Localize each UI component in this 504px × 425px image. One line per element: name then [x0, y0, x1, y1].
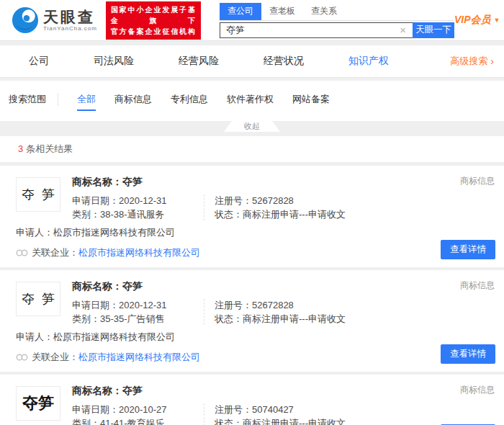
nav-tab-operation-risk[interactable]: 经营风险 [179, 55, 219, 68]
chevron-right-icon: › [490, 57, 494, 66]
link-rings-icon [16, 354, 28, 361]
filter-option-all[interactable]: 全部 [77, 93, 96, 106]
filter-scope-label: 搜索范围 [9, 93, 58, 106]
related-company-label: 关联企业： [32, 246, 78, 259]
search-button[interactable]: 天眼一下 [413, 22, 454, 38]
nav-tab-operation-status[interactable]: 经营状况 [264, 55, 304, 68]
results-count: 3 [18, 143, 23, 154]
trademark-result-card: 商标信息 夺笋 商标名称：夺笋 申请日期：2020-10-27 类别：41-41… [0, 375, 504, 425]
status-label: 状态： [215, 209, 243, 220]
trademark-image[interactable]: 夺笋 [16, 282, 60, 316]
reg-no-label: 注册号： [215, 300, 252, 310]
reg-no-label: 注册号： [215, 404, 252, 415]
apply-date-label: 申请日期： [72, 195, 119, 206]
trademark-name-line: 商标名称：夺笋 [72, 176, 495, 189]
category-value: 35-35-广告销售 [100, 313, 165, 324]
search-input-wrap: × [220, 22, 413, 38]
applicant-label: 申请人： [16, 227, 53, 238]
filter-option-website-record[interactable]: 网站备案 [292, 93, 330, 106]
search-row: × 天眼一下 [220, 22, 454, 38]
apply-date-label: 申请日期： [72, 300, 119, 310]
trademark-result-card: 商标信息 夺笋 商标名称：夺笋 申请日期：2020-12-31 类别：35-35… [0, 270, 504, 372]
apply-date-line: 申请日期：2020-12-31 [72, 194, 204, 207]
meta-col-left: 申请日期：2020-10-27 类别：41-41-教育娱乐 [72, 403, 204, 425]
card-info: 商标名称：夺笋 申请日期：2020-12-31 类别：35-35-广告销售 注册… [60, 279, 495, 325]
status-value: 商标注册申请---申请收文 [243, 418, 346, 425]
apply-date-value: 2020-10-27 [119, 404, 167, 415]
meta-col-right: 注册号：52672828 状态：商标注册申请---申请收文 [204, 194, 346, 220]
view-details-button[interactable]: 查看详情 [441, 344, 495, 364]
apply-date-line: 申请日期：2020-12-31 [72, 299, 204, 311]
apply-date-value: 2020-12-31 [119, 195, 167, 206]
reg-no-label: 注册号： [215, 195, 252, 206]
card-top: 夺笋 商标名称：夺笋 申请日期：2020-12-31 类别：38-38-通讯服务… [16, 175, 495, 220]
results-count-suffix: 条相关结果 [26, 143, 73, 154]
applicant-line: 申请人：松原市指迷网络科技有限公司 [16, 331, 495, 343]
status-value: 商标注册申请---申请收文 [243, 209, 346, 220]
filter-option-trademark[interactable]: 商标信息 [114, 93, 152, 106]
status-line: 状态：商标注册申请---申请收文 [215, 417, 346, 425]
search-module: 查公司 查老板 查关系 × 天眼一下 [220, 3, 454, 38]
trademark-image-text: 夺笋 [14, 290, 62, 308]
trademark-image[interactable]: 夺笋 [16, 386, 60, 421]
result-type-tag: 商标信息 [460, 279, 495, 292]
vip-member-link[interactable]: VIP会员 ▼ [454, 14, 504, 27]
trademark-name-label: 商标名称： [72, 385, 122, 396]
reg-no-line: 注册号：50740427 [215, 403, 346, 416]
tianyancha-logo[interactable]: 天眼查 TianYanCha.com [12, 6, 97, 34]
apply-date-line: 申请日期：2020-10-27 [72, 403, 204, 416]
card-top: 夺笋 商标名称：夺笋 申请日期：2020-10-27 类别：41-41-教育娱乐… [16, 384, 495, 425]
result-type-tag: 商标信息 [460, 175, 495, 187]
category-label: 类别： [72, 209, 100, 220]
apply-date-label: 申请日期： [72, 404, 119, 415]
applicant-line: 申请人：松原市指迷网络科技有限公司 [16, 226, 495, 238]
nav-tab-company[interactable]: 公司 [29, 55, 49, 68]
category-line: 类别：35-35-广告销售 [72, 313, 204, 325]
meta-grid: 申请日期：2020-12-31 类别：35-35-广告销售 注册号：526728… [72, 299, 495, 325]
meta-col-left: 申请日期：2020-12-31 类别：38-38-通讯服务 [72, 194, 204, 220]
banner-line1: 国家中小企业发展子基金旗下 [111, 4, 196, 26]
related-company-line: 关联企业： 松原市指迷网络科技有限公司 [16, 351, 495, 364]
filter-option-software-copyright[interactable]: 软件著作权 [227, 93, 274, 106]
results-count-bar: 3条相关结果 [0, 136, 504, 162]
meta-col-left: 申请日期：2020-12-31 类别：35-35-广告销售 [72, 299, 204, 325]
applicant-value: 松原市指迷网络科技有限公司 [53, 331, 175, 342]
search-input[interactable] [220, 24, 393, 35]
search-tab-boss[interactable]: 查老板 [261, 3, 303, 20]
logo-text: 天眼查 TianYanCha.com [43, 9, 97, 32]
header: 天眼查 TianYanCha.com 国家中小企业发展子基金旗下 官方备案企业征… [0, 0, 504, 41]
nav-tab-judicial-risk[interactable]: 司法风险 [94, 55, 134, 68]
collapse-toggle[interactable]: 收起 [224, 121, 280, 132]
related-company-label: 关联企业： [32, 351, 78, 364]
category-label: 类别： [72, 418, 100, 425]
view-details-button[interactable]: 查看详情 [441, 240, 495, 259]
meta-grid: 申请日期：2020-12-31 类别：38-38-通讯服务 注册号：526728… [72, 194, 495, 220]
trademark-result-card: 商标信息 夺笋 商标名称：夺笋 申请日期：2020-12-31 类别：38-38… [0, 166, 504, 267]
nav-tab-intellectual-property[interactable]: 知识产权 [348, 55, 389, 68]
meta-grid: 申请日期：2020-10-27 类别：41-41-教育娱乐 注册号：507404… [72, 403, 495, 425]
filter-option-patent[interactable]: 专利信息 [171, 93, 208, 106]
card-info: 商标名称：夺笋 申请日期：2020-12-31 类别：38-38-通讯服务 注册… [60, 175, 495, 220]
related-company-link[interactable]: 松原市指迷网络科技有限公司 [78, 351, 200, 364]
meta-col-right: 注册号：50740427 状态：商标注册申请---申请收文 [204, 403, 346, 425]
certification-banner: 国家中小企业发展子基金旗下 官方备案企业征信机构 [106, 1, 201, 40]
trademark-name-value: 夺笋 [122, 176, 143, 187]
main-nav: 公司 司法风险 经营风险 经营状况 知识产权 高级搜索 › [0, 45, 504, 78]
status-line: 状态：商标注册申请---申请收文 [215, 208, 346, 220]
category-line: 类别：41-41-教育娱乐 [72, 417, 204, 425]
search-tab-relation[interactable]: 查关系 [303, 3, 345, 20]
related-company-link[interactable]: 松原市指迷网络科技有限公司 [78, 246, 200, 259]
reg-no-line: 注册号：52672828 [215, 194, 346, 207]
clear-icon[interactable]: × [393, 23, 413, 37]
trademark-image[interactable]: 夺笋 [16, 177, 60, 212]
trademark-image-text: 夺笋 [14, 186, 62, 203]
reg-no-line: 注册号：52672828 [215, 299, 346, 311]
vip-label: VIP会员 [454, 14, 491, 27]
card-info: 商标名称：夺笋 申请日期：2020-10-27 类别：41-41-教育娱乐 注册… [60, 384, 495, 425]
advanced-search-link[interactable]: 高级搜索 › [450, 55, 494, 68]
reg-no-value: 52672828 [252, 300, 294, 310]
status-label: 状态： [215, 418, 243, 425]
trademark-name-value: 夺笋 [122, 385, 143, 396]
search-tab-company[interactable]: 查公司 [220, 3, 261, 20]
card-top: 夺笋 商标名称：夺笋 申请日期：2020-12-31 类别：35-35-广告销售… [16, 279, 495, 325]
